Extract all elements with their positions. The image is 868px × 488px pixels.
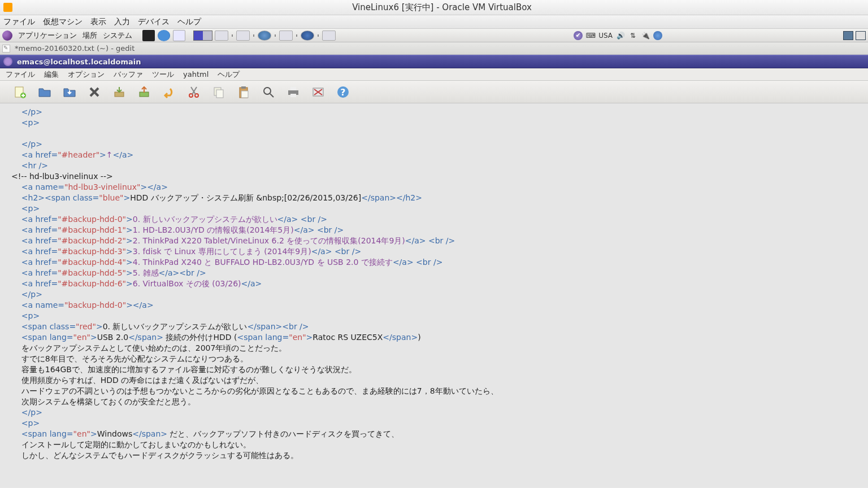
search-icon[interactable] [261, 85, 276, 99]
applet-globe-icon[interactable] [258, 30, 271, 41]
applet-icon[interactable] [215, 30, 228, 41]
cut-icon[interactable] [186, 85, 201, 99]
paste-icon[interactable] [236, 85, 251, 99]
applet-edit-icon[interactable] [279, 30, 293, 41]
svg-rect-10 [241, 91, 248, 98]
copy-icon[interactable] [211, 85, 226, 99]
browser-launcher-icon[interactable] [158, 30, 170, 41]
panel-button-icon[interactable] [843, 31, 853, 40]
tray-keyboard-icon[interactable]: ⌨ [586, 31, 595, 40]
emacs-menu-yahtml[interactable]: yahtml [183, 70, 209, 79]
tray-check-icon[interactable]: ✔ [574, 31, 583, 40]
new-file-icon[interactable] [12, 85, 27, 99]
gnome-menu-places[interactable]: 場所 [83, 30, 97, 41]
print-icon[interactable] [286, 85, 301, 99]
vbox-menu-devices[interactable]: デバイス [138, 17, 170, 27]
tray-volume-icon[interactable]: 🔊 [616, 31, 625, 40]
emacs-menu-buffers[interactable]: バッファ [114, 69, 143, 80]
open-file-icon[interactable] [37, 85, 52, 99]
svg-rect-7 [216, 90, 223, 98]
tray-network-icon[interactable]: ⇅ [628, 31, 637, 40]
gnome-panel: アプリケーション 場所 システム ✔ ⌨ USA 🔊 ⇅ 🔌 [0, 29, 868, 42]
gedit-title: *memo-20160320.txt (~) - gedit [15, 44, 134, 53]
emacs-title: emacs@localhost.localdomain [17, 58, 141, 66]
panel-button-icon[interactable] [856, 31, 866, 40]
emacs-menu-edit[interactable]: 編集 [44, 69, 59, 80]
vbox-menu-machine[interactable]: 仮想マシン [43, 17, 83, 27]
spell-icon[interactable] [311, 85, 326, 99]
gedit-titlebar[interactable]: *memo-20160320.txt (~) - gedit [0, 42, 868, 55]
vbox-titlebar: VineLinux6 [実行中] - Oracle VM VirtualBox [0, 0, 868, 15]
code-content: </p> <p> </p> <a href="#header">↑</a> <h… [11, 107, 868, 461]
svg-rect-9 [241, 86, 246, 89]
svg-text:?: ? [340, 87, 345, 98]
vbox-menubar: ファイル 仮想マシン 表示 入力 デバイス ヘルプ [0, 15, 868, 29]
svg-point-11 [264, 88, 271, 94]
vbox-menu-view[interactable]: 表示 [90, 17, 106, 27]
svg-rect-13 [290, 87, 296, 90]
emacs-menu-tools[interactable]: ツール [152, 69, 174, 80]
emacs-icon [3, 57, 12, 66]
svg-rect-14 [290, 94, 296, 97]
keyboard-layout-indicator[interactable]: USA [598, 32, 613, 40]
emacs-titlebar[interactable]: emacs@localhost.localdomain [0, 55, 868, 68]
save-as-icon[interactable] [112, 85, 127, 99]
vbox-menu-help[interactable]: ヘルプ [177, 17, 201, 27]
help-icon[interactable]: ? [336, 85, 350, 99]
tray-battery-icon[interactable]: 🔌 [641, 31, 650, 40]
emacs-menubar: ファイル 編集 オプション バッファ ツール yahtml ヘルプ [0, 68, 868, 81]
terminal-launcher-icon[interactable] [142, 30, 155, 41]
vbox-window-title: VineLinux6 [実行中] - Oracle VM VirtualBox [16, 2, 868, 13]
window-launcher-icon[interactable] [173, 30, 185, 41]
emacs-toolbar: ? [0, 81, 868, 103]
applet-icon[interactable] [236, 30, 250, 41]
emacs-menu-file[interactable]: ファイル [6, 69, 35, 80]
vbox-menu-file[interactable]: ファイル [3, 17, 35, 27]
vine-logo-icon[interactable] [2, 30, 12, 41]
vbox-menu-input[interactable]: 入力 [114, 17, 130, 27]
gnome-menu-applications[interactable]: アプリケーション [18, 30, 77, 41]
emacs-editor-area[interactable]: </p> <p> </p> <a href="#header">↑</a> <h… [0, 103, 868, 487]
undo-icon[interactable] [162, 85, 176, 99]
save-file-icon[interactable] [62, 85, 77, 99]
panel-applet-group [215, 30, 336, 41]
applet-icon[interactable] [301, 30, 314, 41]
document-icon [2, 45, 10, 53]
close-icon[interactable] [87, 85, 102, 99]
workspace-switcher[interactable] [193, 30, 212, 41]
vbox-logo-icon [3, 3, 12, 12]
svg-rect-3 [140, 92, 149, 97]
gnome-menu-system[interactable]: システム [103, 30, 132, 41]
emacs-menu-help[interactable]: ヘルプ [218, 69, 240, 80]
export-icon[interactable] [137, 85, 151, 99]
applet-calc-icon[interactable] [322, 30, 336, 41]
emacs-menu-options[interactable]: オプション [68, 69, 105, 80]
tray-firefox-icon[interactable] [653, 31, 662, 40]
